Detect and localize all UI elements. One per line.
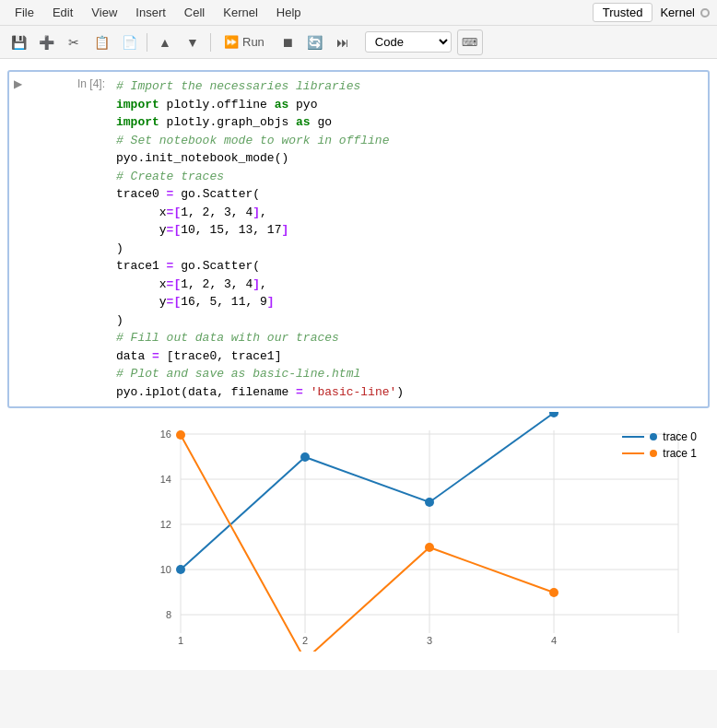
menu-kernel[interactable]: Kernel — [216, 4, 265, 21]
legend-trace1-line — [622, 452, 644, 454]
svg-text:3: 3 — [427, 635, 432, 646]
code-cell: ▶ In [4]: # Import the necessaries libra… — [7, 70, 710, 408]
svg-text:16: 16 — [160, 429, 171, 440]
trace0-point-3 — [425, 498, 434, 507]
trace0-point-4 — [549, 412, 558, 417]
stop-button[interactable]: ⏹ — [275, 29, 300, 55]
trace1-point-3 — [425, 543, 434, 552]
restart-run-button[interactable]: ⏭ — [330, 29, 356, 55]
trace0-point-2 — [300, 452, 310, 462]
trace0-point-1 — [176, 565, 185, 574]
trace1-point-4 — [549, 588, 558, 597]
run-icon: ⏩ — [224, 35, 239, 49]
cell-content[interactable]: # Import the necessaries libraries impor… — [109, 72, 708, 406]
restart-button[interactable]: 🔄 — [302, 29, 328, 55]
run-indicator[interactable]: ▶ — [9, 72, 26, 90]
svg-text:14: 14 — [160, 474, 171, 485]
paste-button[interactable]: 📄 — [116, 29, 142, 55]
run-label: Run — [242, 35, 264, 49]
svg-text:4: 4 — [551, 635, 557, 646]
svg-text:1: 1 — [178, 635, 183, 646]
menu-help[interactable]: Help — [269, 4, 309, 21]
menu-file[interactable]: File — [7, 4, 41, 21]
menu-edit[interactable]: Edit — [45, 4, 80, 21]
svg-text:8: 8 — [166, 609, 171, 620]
move-up-button[interactable]: ▲ — [152, 29, 178, 55]
command-palette-button[interactable]: ⌨ — [457, 29, 483, 55]
add-cell-button[interactable]: ➕ — [33, 29, 59, 55]
legend-trace0-label: trace 0 — [663, 430, 697, 443]
move-down-button[interactable]: ▼ — [180, 29, 206, 55]
legend-trace0-line — [622, 436, 644, 438]
cut-button[interactable]: ✂ — [61, 29, 87, 55]
copy-button[interactable]: 📋 — [88, 29, 114, 55]
chart-legend: trace 0 trace 1 — [622, 430, 697, 464]
run-button[interactable]: ⏩ Run — [216, 32, 273, 52]
output-area: 8 10 12 14 16 1 2 3 4 — [7, 412, 710, 659]
save-button[interactable]: 💾 — [6, 29, 31, 55]
legend-trace1-label: trace 1 — [663, 447, 697, 460]
menu-bar: File Edit View Insert Cell Kernel Help T… — [0, 0, 717, 26]
toolbar-sep-1 — [147, 33, 147, 52]
trusted-button[interactable]: Trusted — [593, 3, 653, 22]
svg-text:12: 12 — [160, 519, 171, 530]
kernel-label: Kernel — [660, 6, 695, 19]
trace1-point-1 — [176, 430, 185, 440]
svg-text:2: 2 — [302, 635, 308, 646]
legend-trace1-dot — [650, 450, 657, 457]
trusted-area: Trusted Kernel — [593, 3, 710, 22]
legend-trace1: trace 1 — [622, 447, 697, 460]
menu-view[interactable]: View — [84, 4, 124, 21]
kernel-status-icon — [700, 8, 710, 18]
code-block: # Import the necessaries libraries impor… — [116, 77, 700, 401]
chart-svg: 8 10 12 14 16 1 2 3 4 — [107, 412, 706, 652]
toolbar-sep-2 — [210, 33, 211, 52]
cell-prompt: In [4]: — [26, 72, 109, 96]
cell-type-select[interactable]: Code Markdown Raw — [365, 31, 452, 53]
menu-cell[interactable]: Cell — [177, 4, 212, 21]
menu-insert[interactable]: Insert — [128, 4, 173, 21]
legend-trace0: trace 0 — [622, 430, 697, 443]
kernel-area: Kernel — [660, 6, 710, 19]
chart-container: 8 10 12 14 16 1 2 3 4 — [107, 412, 706, 652]
legend-trace0-dot — [650, 433, 657, 440]
toolbar: 💾 ➕ ✂ 📋 📄 ▲ ▼ ⏩ Run ⏹ 🔄 ⏭ Code Markdown … — [0, 26, 717, 59]
svg-text:10: 10 — [160, 564, 171, 575]
notebook: ▶ In [4]: # Import the necessaries libra… — [0, 59, 717, 670]
